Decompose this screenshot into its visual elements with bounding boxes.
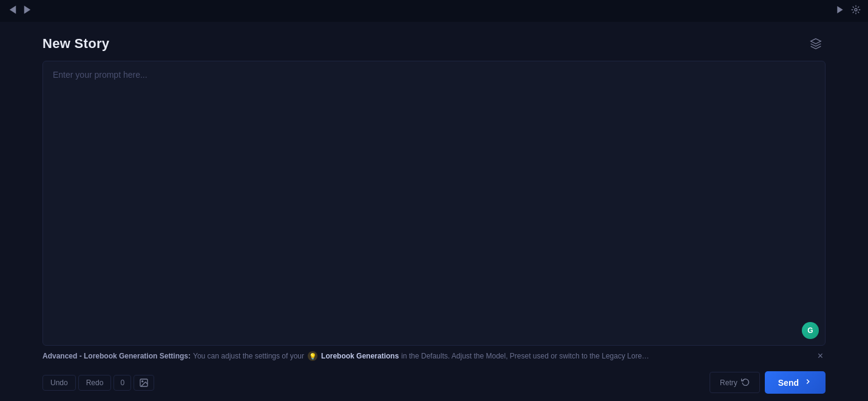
redo-button[interactable]: Redo xyxy=(78,375,112,391)
toolbar-right: Retry Send xyxy=(710,371,826,394)
svg-point-5 xyxy=(142,380,143,382)
info-highlight: Lorebook Generations xyxy=(321,352,399,360)
send-button[interactable]: Send xyxy=(765,371,826,394)
info-bar-text: Advanced - Lorebook Generation Settings:… xyxy=(42,351,815,361)
svg-marker-2 xyxy=(837,6,843,13)
svg-marker-0 xyxy=(10,5,16,14)
toolbar-left: Undo Redo 0 xyxy=(42,375,154,391)
bottom-toolbar: Undo Redo 0 Retry xyxy=(42,366,826,401)
retry-button[interactable]: Retry xyxy=(710,372,760,393)
collapse-icon[interactable] xyxy=(835,5,845,17)
top-bar xyxy=(0,0,868,22)
top-bar-right xyxy=(835,5,861,17)
top-bar-left xyxy=(7,4,33,18)
retry-icon xyxy=(741,377,750,388)
info-text-1: You can adjust the settings of your xyxy=(193,352,304,360)
info-text-2: in the Defaults. Adjust the Model, Prese… xyxy=(401,352,649,360)
prompt-area: G xyxy=(42,61,826,346)
cube-icon-button[interactable] xyxy=(806,34,826,53)
send-label: Send xyxy=(778,378,799,388)
settings-icon[interactable] xyxy=(851,5,861,17)
image-button[interactable] xyxy=(134,375,154,391)
info-label: Advanced - Lorebook Generation Settings: xyxy=(42,352,191,360)
info-bar: Advanced - Lorebook Generation Settings:… xyxy=(42,346,826,366)
svg-point-3 xyxy=(855,9,857,11)
main-content: New Story G Advanced - Lorebook Generati… xyxy=(0,22,868,401)
send-icon xyxy=(804,377,812,388)
lightbulb-icon: 💡 xyxy=(308,351,317,361)
character-count: 0 xyxy=(114,375,131,391)
header-row: New Story xyxy=(42,34,826,53)
undo-button[interactable]: Undo xyxy=(42,375,76,391)
close-info-button[interactable]: × xyxy=(815,351,826,362)
svg-marker-1 xyxy=(24,5,31,14)
nav-back-icon[interactable] xyxy=(7,4,18,18)
page-title: New Story xyxy=(42,36,109,52)
prompt-input[interactable] xyxy=(43,61,825,345)
retry-label: Retry xyxy=(720,379,737,387)
nav-forward-icon[interactable] xyxy=(22,4,33,18)
grammarly-icon[interactable]: G xyxy=(802,322,819,339)
